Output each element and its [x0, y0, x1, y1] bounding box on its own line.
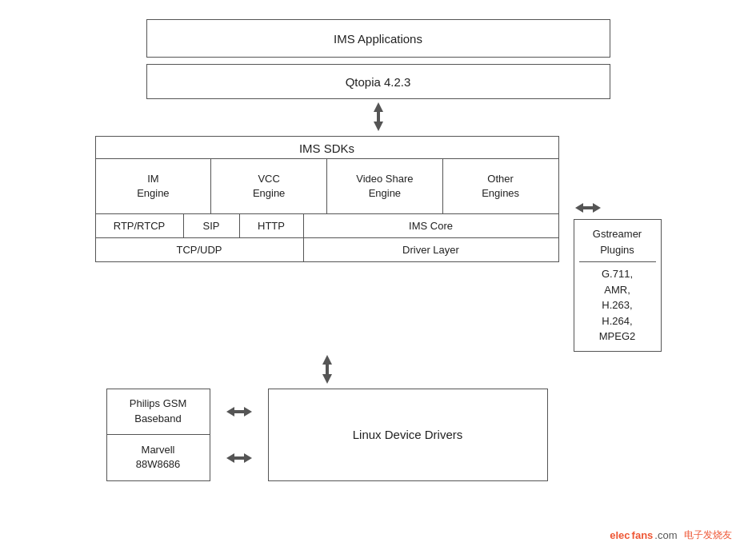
svg-rect-10 — [233, 410, 246, 413]
ims-sdks-section: IMS SDKs IMEngine VCCEngine Video ShareE… — [95, 136, 662, 352]
sip-cell: SIP — [184, 214, 240, 237]
marvell-label: Marvell88W8686 — [136, 443, 181, 472]
gstreamer-title: GstreamerPlugins — [579, 226, 656, 262]
philips-box: Philips GSMBaseband — [106, 389, 210, 435]
video-share-engine-cell: Video ShareEngine — [327, 159, 443, 213]
vcc-engine-cell: VCCEngine — [211, 159, 327, 213]
other-engines-cell: OtherEngines — [443, 159, 558, 213]
qtopia-box: Qtopia 4.2.3 — [146, 64, 610, 99]
gstreamer-box: GstreamerPlugins G.711,AMR,H.263,H.264,M… — [574, 219, 662, 352]
gstreamer-section: GstreamerPlugins G.711,AMR,H.263,H.264,M… — [574, 136, 662, 352]
svg-marker-2 — [374, 122, 383, 131]
watermark-elec: elec — [610, 529, 630, 541]
vertical-arrow-sdks-bottom — [311, 352, 343, 387]
ims-sdks-title: IMS SDKs — [96, 137, 558, 159]
watermark-chinese: 电子发烧友 — [684, 528, 732, 542]
svg-rect-4 — [582, 206, 594, 209]
svg-rect-7 — [326, 363, 329, 376]
svg-marker-5 — [593, 203, 601, 213]
philips-arrow-svg — [225, 404, 254, 420]
rtp-rtcp-cell: RTP/RTCP — [96, 214, 184, 237]
watermark: elecfans.com 电子发烧友 — [610, 528, 731, 542]
watermark-cn: .com — [654, 529, 677, 541]
gstreamer-title-label: GstreamerPlugins — [593, 228, 642, 256]
bottom-row: TCP/UDP Driver Layer — [96, 238, 558, 261]
watermark-fans: fans — [632, 529, 654, 541]
driver-layer-cell: Driver Layer — [304, 238, 558, 261]
other-engines-label: OtherEngines — [482, 172, 519, 201]
h-arrow-to-gstreamer — [574, 200, 602, 216]
svg-marker-14 — [244, 453, 252, 463]
linux-drivers-box: Linux Device Drivers — [268, 389, 548, 481]
marvell-arrow — [225, 435, 254, 481]
bottom-left-boxes: Philips GSMBaseband Marvell88W8686 — [106, 389, 210, 481]
marvell-box: Marvell88W8686 — [106, 435, 210, 481]
svg-marker-8 — [322, 374, 332, 384]
bottom-section: Philips GSMBaseband Marvell88W8686 — [106, 389, 548, 481]
svg-rect-1 — [377, 110, 380, 123]
qtopia-label: Qtopia 4.2.3 — [346, 75, 411, 89]
svg-rect-13 — [233, 456, 246, 460]
im-engine-label: IMEngine — [137, 172, 169, 201]
marvell-arrow-svg — [225, 450, 254, 466]
double-arrow-vertical-bottom-svg — [311, 352, 343, 387]
linux-drivers-label: Linux Device Drivers — [353, 428, 463, 441]
vertical-arrow-qtopia-sdks — [362, 99, 394, 134]
double-arrow-horizontal-svg — [574, 200, 602, 216]
ims-applications-label: IMS Applications — [334, 32, 422, 46]
double-arrow-vertical-svg — [362, 99, 394, 134]
ims-sdks-box: IMS SDKs IMEngine VCCEngine Video ShareE… — [95, 136, 559, 262]
http-cell: HTTP — [240, 214, 304, 237]
engines-row: IMEngine VCCEngine Video ShareEngine Oth… — [96, 159, 558, 214]
ims-core-cell: IMS Core — [304, 214, 558, 237]
gstreamer-codecs: G.711,AMR,H.263,H.264,MPEG2 — [579, 266, 656, 345]
philips-label: Philips GSMBaseband — [130, 397, 187, 425]
bottom-h-arrows — [225, 389, 254, 481]
diagram-container: IMS Applications Qtopia 4.2.3 IMS SDKs — [18, 11, 738, 547]
ims-applications-box: IMS Applications — [146, 19, 610, 58]
svg-marker-11 — [244, 407, 252, 417]
video-share-engine-label: Video ShareEngine — [356, 172, 413, 201]
vcc-engine-label: VCCEngine — [253, 172, 285, 201]
tcp-udp-cell: TCP/UDP — [96, 238, 304, 261]
core-row: RTP/RTCP SIP HTTP IMS Core — [96, 214, 558, 238]
philips-arrow — [225, 389, 254, 435]
im-engine-cell: IMEngine — [96, 159, 212, 213]
